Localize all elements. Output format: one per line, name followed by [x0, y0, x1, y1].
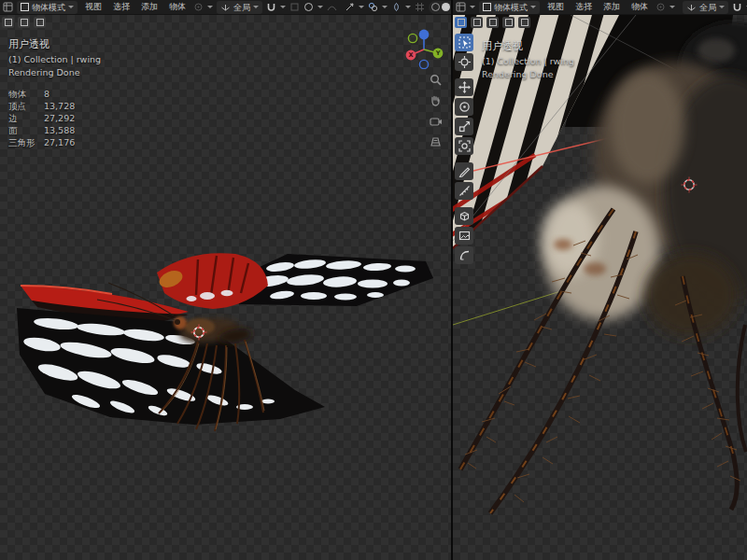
tool-select-box[interactable] — [455, 34, 473, 51]
capture-icon-3[interactable] — [34, 17, 46, 28]
orientation-icon — [686, 3, 697, 12]
viewport-info-overlay: 用户透视 (1) Collection | rwing Rendering Do… — [8, 37, 101, 148]
falloff-curve-icon[interactable] — [327, 1, 337, 13]
tool-arc[interactable] — [455, 246, 473, 264]
mode-label: 物体模式 — [494, 0, 528, 15]
capture-icon-5[interactable] — [518, 17, 530, 28]
active-collection: (1) Collection | rwing — [8, 54, 101, 64]
grid-toggle-icon[interactable] — [415, 1, 425, 13]
cursor-3d — [681, 176, 698, 193]
blender-window: 物体模式 视图 选择 添加 物体 全局 — [0, 0, 747, 560]
chevron-down-icon[interactable] — [280, 6, 286, 8]
tool-scale[interactable] — [455, 118, 473, 135]
chevron-down-icon[interactable] — [405, 6, 411, 8]
menu-object[interactable]: 物体 — [627, 1, 652, 13]
stat-edges: 边27,292 — [8, 112, 101, 124]
axis-neg-z-ball[interactable] — [419, 60, 428, 68]
chevron-down-icon — [68, 6, 74, 8]
menu-view[interactable]: 视图 — [543, 1, 568, 13]
tool-add-cube[interactable] — [455, 207, 473, 225]
render-status: Rendering Done — [8, 67, 101, 77]
mode-selector[interactable]: 物体模式 — [479, 1, 540, 14]
tool-transform[interactable] — [455, 137, 473, 155]
stat-faces: 面13,588 — [8, 124, 101, 136]
camera-view-icon[interactable] — [429, 114, 443, 128]
transform-pivot-icon[interactable] — [193, 1, 204, 13]
menu-select[interactable]: 选择 — [109, 1, 134, 13]
orientation-label: 全局 — [699, 0, 716, 15]
gizmo-toggle-icon[interactable] — [345, 1, 355, 13]
object-mode-icon — [21, 3, 29, 11]
menu-add[interactable]: 添加 — [137, 1, 162, 13]
capture-icon-1[interactable] — [455, 17, 467, 28]
chevron-down-icon[interactable] — [317, 6, 323, 8]
scene-statistics: 物体8 顶点13,728 边27,292 面13,588 三角形27,176 — [8, 88, 101, 148]
tool-cursor[interactable] — [455, 53, 473, 71]
axis-x-label: X — [408, 51, 413, 59]
mode-selector[interactable]: 物体模式 — [17, 1, 78, 14]
tool-move[interactable] — [455, 78, 473, 96]
mini-icon-row-right — [455, 17, 530, 28]
capture-icon-3[interactable] — [486, 17, 499, 28]
chevron-down-icon[interactable] — [359, 6, 364, 8]
snap-magnet-icon[interactable] — [266, 1, 276, 13]
pan-hand-icon[interactable] — [429, 93, 443, 107]
editor-type-icon[interactable] — [456, 1, 466, 13]
navigation-gizmo[interactable]: X Y — [402, 26, 445, 69]
overlays-toggle-icon[interactable] — [368, 1, 378, 13]
tool-annotate[interactable] — [455, 162, 473, 180]
capture-icon-2[interactable] — [18, 17, 30, 28]
viewport-left: 物体模式 视图 选择 添加 物体 全局 — [0, 0, 451, 560]
butterfly-left-hindwing — [17, 308, 325, 425]
chevron-down-icon[interactable] — [669, 6, 675, 8]
capture-icon-1[interactable] — [2, 17, 14, 28]
axis-neg-y-ball[interactable] — [408, 34, 416, 42]
viewport-left-header: 物体模式 视图 选择 添加 物体 全局 — [0, 0, 451, 15]
viewport-left-canvas[interactable]: 用户透视 (1) Collection | rwing Rendering Do… — [0, 15, 451, 560]
xray-toggle-icon[interactable] — [391, 1, 402, 13]
zoom-icon[interactable] — [429, 73, 443, 87]
mode-label: 物体模式 — [32, 0, 65, 15]
capture-icon-4[interactable] — [502, 17, 514, 28]
snap-target-icon[interactable] — [289, 1, 300, 13]
chevron-down-icon — [530, 6, 536, 8]
render-status: Rendering Done — [482, 69, 574, 79]
tool-measure[interactable] — [455, 182, 473, 200]
tool-add-image[interactable] — [455, 227, 473, 245]
mini-icon-row-left — [2, 17, 46, 28]
chevron-down-icon — [719, 6, 725, 8]
construction-line-green — [453, 289, 567, 325]
cursor-3d — [190, 324, 207, 341]
stat-triangles: 三角形27,176 — [8, 136, 101, 148]
menu-add[interactable]: 添加 — [599, 1, 624, 13]
shading-mode-group — [429, 1, 451, 14]
tool-rotate[interactable] — [455, 98, 473, 116]
menu-view[interactable]: 视图 — [81, 1, 106, 13]
orientation-selector[interactable]: 全局 — [683, 1, 728, 14]
proportional-editing-icon[interactable] — [303, 1, 314, 13]
orientation-selector[interactable]: 全局 — [217, 1, 262, 14]
projection-toggle-icon[interactable] — [429, 134, 443, 148]
snap-magnet-icon[interactable] — [732, 1, 742, 13]
shading-solid-icon[interactable] — [442, 3, 450, 11]
chevron-down-icon[interactable] — [382, 6, 388, 8]
insect-closeup-render[interactable] — [453, 15, 747, 560]
capture-icon-2[interactable] — [471, 17, 483, 28]
chevron-down-icon — [253, 6, 259, 8]
axis-z-ball[interactable] — [419, 30, 430, 40]
chevron-down-icon[interactable] — [470, 6, 475, 8]
transform-pivot-icon[interactable] — [655, 1, 666, 13]
viewport-info-overlay: 用户透视 (1) Collection | rwing Rendering Do… — [482, 39, 574, 79]
viewport-right-header: 物体模式 视图 选择 添加 物体 全局 — [453, 0, 747, 15]
viewport-right-canvas[interactable]: 用户透视 (1) Collection | rwing Rendering Do… — [453, 15, 747, 560]
chevron-down-icon[interactable] — [207, 6, 213, 8]
stat-vertices: 顶点13,728 — [8, 100, 101, 112]
menu-select[interactable]: 选择 — [571, 1, 596, 13]
view-name: 用户透视 — [482, 39, 574, 53]
orientation-icon — [220, 3, 231, 12]
editor-type-icon[interactable] — [3, 1, 13, 13]
axis-y-label: Y — [435, 49, 441, 57]
menu-object[interactable]: 物体 — [165, 1, 190, 13]
shading-wireframe-icon[interactable] — [431, 3, 440, 11]
stat-objects: 物体8 — [8, 88, 101, 100]
